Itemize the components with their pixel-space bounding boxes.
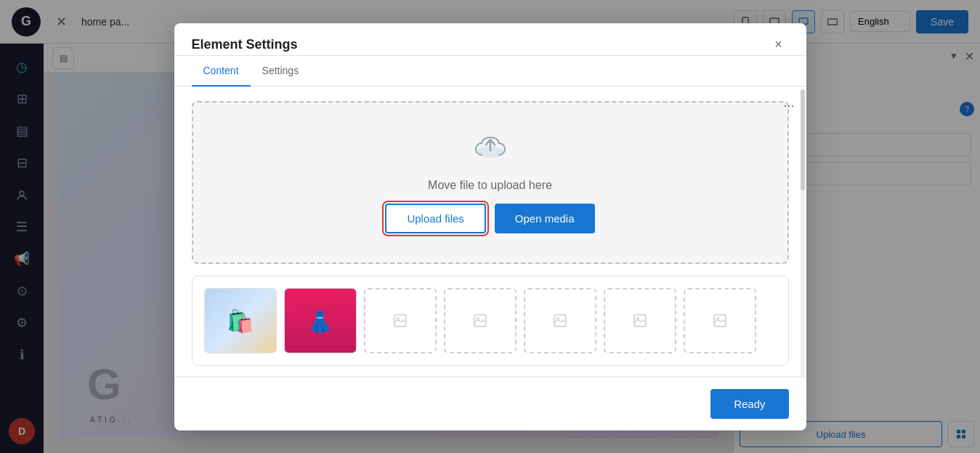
svg-point-21 <box>716 317 718 319</box>
modal-header: Element Settings × <box>174 23 806 56</box>
gallery-placeholder-2[interactable] <box>444 288 517 353</box>
upload-cloud-icon <box>473 132 508 167</box>
svg-point-19 <box>636 317 639 319</box>
tab-settings[interactable]: Settings <box>251 56 311 87</box>
upload-zone-buttons: Upload files Open media <box>385 204 594 233</box>
gallery-placeholder-3[interactable] <box>524 288 596 353</box>
gallery-placeholder-5[interactable] <box>684 288 756 353</box>
gallery-placeholder-1[interactable] <box>364 288 437 353</box>
upload-files-button[interactable]: Upload files <box>385 204 485 233</box>
gallery-placeholder-4[interactable] <box>604 288 676 353</box>
upload-zone: Move file to upload here Upload files Op… <box>192 101 789 264</box>
gallery-item-2[interactable] <box>284 288 357 353</box>
modal-scrollbar[interactable] <box>801 87 805 377</box>
tab-content[interactable]: Content <box>192 56 251 87</box>
image-gallery <box>192 276 789 366</box>
svg-point-17 <box>556 317 559 319</box>
bag-image <box>205 289 276 353</box>
modal-title: Element Settings <box>192 37 298 52</box>
modal-close-button[interactable]: × <box>769 35 789 55</box>
svg-point-15 <box>477 317 479 319</box>
open-media-button[interactable]: Open media <box>495 204 595 233</box>
gallery-item-1[interactable] <box>204 288 277 353</box>
svg-point-13 <box>397 317 399 319</box>
clothes-image <box>285 289 356 353</box>
modal-tabs: Content Settings <box>174 56 806 87</box>
ready-button[interactable]: Ready <box>710 389 788 419</box>
modal-body: ··· Move file to upload here Upload file… <box>174 87 806 377</box>
more-options-button[interactable]: ··· <box>783 98 794 113</box>
upload-instruction-text: Move file to upload here <box>428 179 552 192</box>
element-settings-modal: Element Settings × Content Settings ··· … <box>174 23 806 430</box>
modal-footer: Ready <box>174 377 806 430</box>
